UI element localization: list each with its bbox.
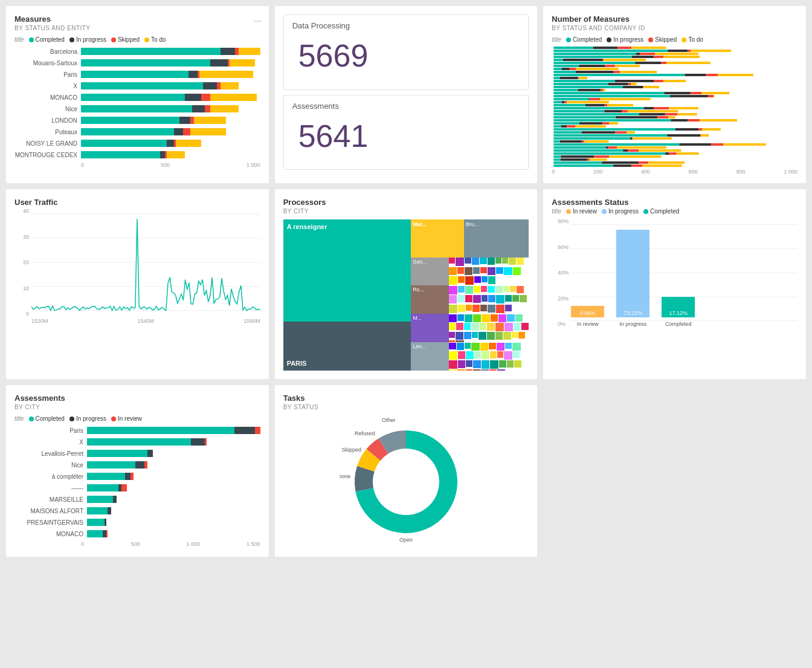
measures-bar-row: LONDON (14, 115, 260, 125)
treemap-small-cell (449, 267, 457, 275)
svg-rect-130 (712, 143, 724, 146)
svg-rect-65 (670, 95, 708, 97)
assess-city-card: Assessments BY CITY title Completed In p… (6, 385, 269, 557)
city-bar-label: MONACO (14, 531, 87, 537)
svg-rect-3 (632, 47, 666, 49)
svg-rect-115 (627, 131, 635, 134)
svg-rect-126 (582, 140, 585, 143)
treemap-small-cell (482, 351, 489, 359)
svg-rect-8 (554, 53, 637, 55)
svg-rect-35 (620, 71, 657, 73)
tasks-donut-svg: OpenDoneSkippedRefusedOther (340, 415, 472, 548)
svg-rect-99 (700, 119, 738, 122)
svg-rect-23 (667, 62, 711, 64)
measures-legend-completed: Completed (29, 36, 65, 43)
treemap-small-cell (449, 323, 456, 329)
svg-rect-58 (601, 89, 603, 91)
bar-segment (210, 105, 239, 112)
treemap-small-cell (449, 343, 456, 350)
bar-segment (221, 48, 235, 55)
city-bar-segment (191, 438, 205, 446)
treemap-small-cell (466, 305, 472, 311)
treemap-small-cell (456, 332, 463, 340)
treemap-small-cell (490, 351, 497, 358)
measures-bar-row: MONTROUGE CEDEX (14, 150, 260, 160)
treemap-small-cell (502, 258, 508, 264)
treemap-small-cell (458, 305, 465, 312)
bar-label: LONDON (14, 117, 81, 124)
svg-rect-85 (605, 110, 622, 112)
processors-subtitle: BY CITY (283, 208, 529, 215)
vbar-completed-bar: 17.12% (662, 297, 695, 317)
svg-rect-151 (590, 158, 607, 161)
treemap-small-cell (473, 369, 481, 371)
measures-bar-row: Nice (14, 104, 260, 114)
svg-rect-86 (622, 110, 628, 112)
city-bar-row: ------ (14, 483, 260, 493)
svg-rect-153 (602, 161, 639, 164)
measures-menu[interactable]: ... (253, 13, 261, 24)
svg-rect-2 (618, 47, 632, 49)
vbar-inprogress-pct: 73.21% (616, 310, 649, 316)
bar-segment (190, 128, 226, 135)
svg-rect-102 (602, 122, 610, 125)
svg-rect-82 (654, 107, 669, 109)
svg-rect-78 (605, 104, 608, 106)
bar-label: Barcelona (14, 48, 81, 55)
city-bar-track (87, 461, 260, 469)
svg-rect-92 (554, 116, 616, 118)
svg-rect-149 (561, 158, 588, 161)
treemap-small-cell (505, 343, 512, 349)
svg-rect-156 (554, 164, 613, 167)
bar-segment (167, 151, 185, 158)
as-legend-title: title (552, 208, 561, 215)
measures-legend-title: title (14, 36, 24, 43)
svg-rect-74 (565, 101, 567, 103)
treemap-paris: PARIS (283, 322, 411, 371)
bar-segment (230, 59, 255, 66)
svg-rect-70 (590, 98, 600, 100)
ac-legend-inprogress: In progress (69, 415, 106, 422)
treemap-small-cell (489, 369, 496, 371)
treemap-small-cell (497, 369, 505, 371)
svg-rect-45 (615, 80, 654, 82)
nm-legend-skipped: Skipped (648, 36, 677, 43)
city-bar-segment (144, 461, 148, 469)
svg-rect-51 (631, 83, 637, 85)
svg-rect-30 (570, 68, 576, 70)
svg-rect-114 (616, 131, 627, 134)
svg-rect-118 (700, 134, 701, 137)
num-measures-card: Number of Measures BY STATUS AND COMPANY… (543, 6, 806, 183)
treemap-city-label: Ro... (411, 285, 448, 314)
treemap-small-cell (449, 360, 457, 369)
vbar-inprogress: 73.21% In progress (616, 230, 649, 327)
treemap-small-cell (449, 314, 457, 322)
vbar-inprogress-label: In progress (619, 321, 646, 327)
treemap-small-cell (472, 332, 478, 338)
svg-rect-100 (554, 122, 580, 125)
treemap-small-cell (487, 323, 495, 331)
as-legend-review: In review (566, 208, 597, 215)
svg-rect-39 (718, 74, 753, 76)
num-measures-subtitle: BY STATUS AND COMPANY ID (552, 25, 798, 31)
bar-label: NOISY LE GRAND (14, 140, 81, 147)
bar-label: X (14, 83, 81, 89)
treemap-small-cell (465, 276, 474, 285)
tasks-title: Tasks (283, 394, 529, 403)
svg-rect-0 (554, 47, 593, 49)
empty-card (543, 385, 806, 557)
svg-rect-131 (724, 143, 766, 146)
tasks-card: Tasks BY STATUS OpenDoneSkippedRefusedOt… (275, 385, 538, 557)
treemap-small-cell (480, 267, 487, 274)
city-bar-segment (87, 496, 113, 503)
bar-segment (203, 82, 218, 89)
user-traffic-card: User Traffic 403020100 1520M1540M1560M (6, 189, 269, 379)
svg-rect-138 (628, 149, 639, 152)
city-bar-label: MAISONS ALFORT (14, 508, 87, 514)
svg-rect-49 (608, 83, 628, 85)
city-bar-label: MARSEILLE (14, 496, 87, 503)
measures-card: Measures BY STATUS AND ENTITY ... title … (6, 6, 269, 183)
svg-rect-103 (610, 122, 619, 125)
svg-rect-69 (589, 98, 590, 100)
treemap-small-cell (503, 286, 509, 292)
